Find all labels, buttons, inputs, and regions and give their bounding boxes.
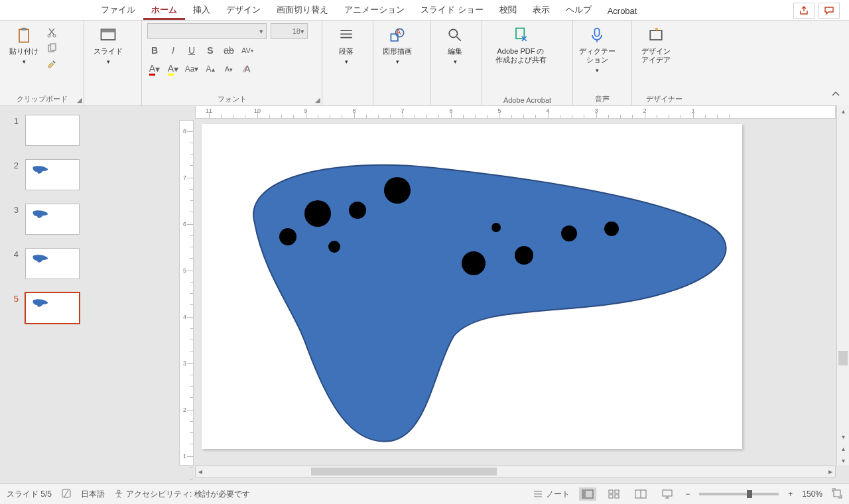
slide-thumb-2[interactable] (25, 159, 80, 190)
paragraph-button[interactable]: 段落▾ (328, 23, 365, 66)
sorter-view-button[interactable] (606, 487, 623, 501)
svg-point-11 (449, 29, 457, 37)
tab-view[interactable]: 表示 (525, 1, 558, 20)
svg-point-24 (604, 221, 619, 236)
scroll-thumb[interactable] (838, 351, 848, 365)
tab-home[interactable]: ホーム (143, 1, 185, 20)
tab-review[interactable]: 校閲 (491, 1, 525, 20)
zoom-out-button[interactable]: − (685, 489, 690, 499)
svg-rect-35 (834, 490, 840, 497)
editing-button[interactable]: 編集▾ (436, 23, 474, 66)
grow-font-button[interactable]: A▴ (203, 62, 218, 76)
tab-insert[interactable]: 挿入 (185, 1, 218, 20)
svg-point-21 (491, 223, 501, 232)
drawing-button[interactable]: A 図形描画▾ (379, 23, 416, 66)
normal-view-button[interactable] (579, 487, 596, 501)
tab-help[interactable]: ヘルプ (558, 1, 600, 20)
group-slides: スライド▾ (84, 21, 142, 105)
group-drawing: A 図形描画▾ (373, 21, 431, 105)
ribbon-tabstrip: ファイル ホーム 挿入 デザイン 画面切り替え アニメーション スライド ショー… (0, 0, 849, 21)
slide-thumb-4[interactable] (25, 248, 80, 279)
search-icon (446, 26, 464, 44)
highlight-button[interactable]: A▾ (166, 62, 180, 76)
slide-canvas[interactable] (202, 124, 742, 449)
slide-thumb-1[interactable] (25, 115, 80, 146)
accessibility-status[interactable]: アクセシビリティ: 検討が必要です (114, 489, 250, 500)
svg-point-22 (515, 246, 533, 265)
design-ideas-button[interactable]: デザイン アイデア (637, 23, 675, 64)
ribbon: 貼り付け▾ クリップボード◢ スライド▾ ▾ 18 ▾ B (0, 21, 849, 106)
slides-button[interactable]: スライド▾ (90, 23, 127, 66)
vertical-ruler[interactable]: 87654321 (179, 120, 194, 466)
bold-button[interactable]: B (147, 43, 162, 58)
svg-rect-13 (595, 29, 600, 36)
microphone-icon (588, 26, 606, 44)
zoom-in-button[interactable]: + (788, 489, 793, 499)
workspace: 1 2 3 4 5 1110987654321 87654321 (0, 105, 849, 484)
ocarina-shape[interactable] (202, 124, 742, 449)
font-dialog-launcher[interactable]: ◢ (315, 96, 320, 103)
svg-point-16 (304, 200, 331, 227)
shrink-font-button[interactable]: A▾ (222, 62, 236, 76)
strikethrough-button[interactable]: ab (222, 43, 236, 58)
svg-rect-14 (650, 31, 662, 40)
paste-button[interactable]: 貼り付け▾ (5, 23, 42, 66)
clipboard-dialog-launcher[interactable]: ◢ (77, 96, 82, 103)
dictation-button[interactable]: ディクテー ション▾ (578, 23, 616, 74)
slide-thumb-3[interactable] (25, 204, 80, 235)
change-case-button[interactable]: Aa▾ (184, 62, 199, 76)
italic-button[interactable]: I (166, 43, 180, 58)
horizontal-ruler[interactable]: 1110987654321 (195, 105, 836, 119)
zoom-knob[interactable] (747, 490, 752, 498)
group-clipboard: 貼り付け▾ クリップボード◢ (0, 21, 84, 105)
editor-area: 1110987654321 87654321 (179, 105, 849, 484)
tab-transitions[interactable]: 画面切り替え (269, 1, 336, 20)
svg-point-20 (462, 251, 486, 275)
acrobat-pdf-button[interactable]: Adobe PDF の 作成および共有 (488, 23, 554, 64)
tab-design[interactable]: デザイン (218, 1, 269, 20)
slide-canvas-viewport[interactable] (195, 120, 836, 466)
reading-view-button[interactable] (632, 487, 649, 501)
scroll-right-button[interactable]: ▸ (826, 467, 835, 476)
scroll-down-button[interactable]: ▾ (837, 431, 849, 442)
fit-window-button[interactable] (832, 488, 842, 501)
shadow-button[interactable]: S (203, 43, 218, 58)
group-paragraph: 段落▾ (322, 21, 373, 105)
scroll-left-button[interactable]: ◂ (196, 467, 205, 476)
svg-point-17 (349, 202, 366, 219)
slide-counter[interactable]: スライド 5/5 (7, 489, 52, 500)
svg-rect-34 (663, 490, 672, 496)
tab-animations[interactable]: アニメーション (336, 1, 413, 20)
next-slide-button[interactable]: ▾ (837, 455, 849, 466)
clear-format-button[interactable]: A∕ (240, 62, 255, 76)
svg-rect-28 (582, 490, 586, 498)
share-button[interactable] (793, 3, 815, 19)
zoom-slider[interactable] (699, 493, 779, 495)
horizontal-scrollbar[interactable]: ◂ ▸ (195, 466, 836, 477)
font-family-combo[interactable]: ▾ (147, 23, 267, 39)
svg-rect-5 (50, 44, 56, 50)
collapse-ribbon-button[interactable] (830, 89, 841, 101)
hscroll-thumb[interactable] (311, 468, 497, 475)
language-status[interactable]: 日本語 (81, 489, 105, 500)
slide-thumb-5[interactable] (25, 292, 80, 324)
scroll-up-button[interactable]: ▴ (837, 105, 849, 116)
zoom-level[interactable]: 150% (802, 489, 822, 499)
cut-button[interactable] (45, 26, 58, 39)
notes-button[interactable]: ノート (533, 489, 570, 500)
design-ideas-icon (647, 26, 665, 44)
prev-slide-button[interactable]: ▴ (837, 443, 849, 454)
comments-button[interactable] (818, 3, 840, 19)
vertical-scrollbar[interactable]: ▴ ▾ ▴ ▾ (836, 105, 849, 466)
font-size-combo[interactable]: 18 ▾ (271, 23, 308, 39)
copy-button[interactable] (45, 42, 58, 55)
font-color-button[interactable]: A▾ (147, 62, 162, 76)
spellcheck-icon[interactable] (61, 488, 72, 501)
char-spacing-button[interactable]: AV▾ (240, 43, 255, 58)
underline-button[interactable]: U (184, 43, 199, 58)
tab-acrobat[interactable]: Acrobat (600, 3, 645, 20)
tab-file[interactable]: ファイル (93, 1, 143, 20)
format-painter-button[interactable] (45, 58, 58, 71)
tab-slideshow[interactable]: スライド ショー (413, 1, 491, 20)
slideshow-view-button[interactable] (659, 487, 676, 501)
